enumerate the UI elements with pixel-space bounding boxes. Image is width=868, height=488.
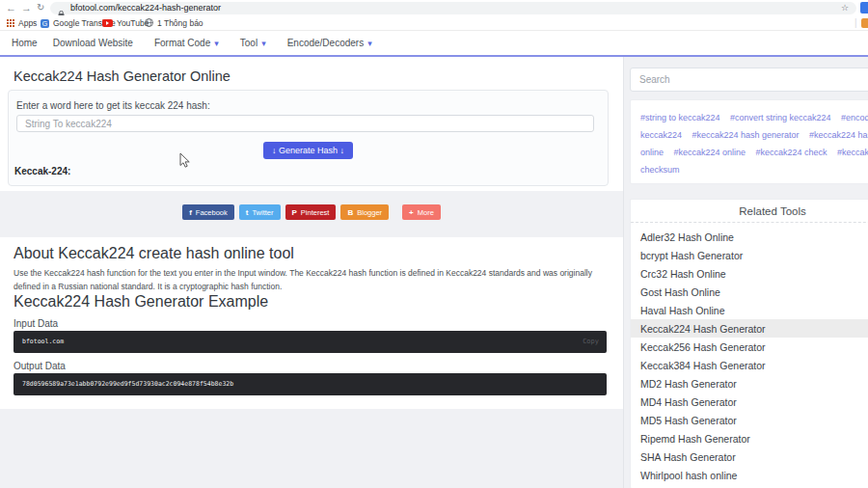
example-input-block: bfotool.com Copy [14,331,607,353]
example-heading: Keccak224 Hash Generator Example [14,293,268,311]
reload-button[interactable]: ↻ [37,0,44,15]
tool-item-adler32[interactable]: Adler32 Hash Online [631,228,868,246]
page-body: Keccak224 Hash Generator Online Enter a … [0,57,868,488]
about-paragraph: Use the Keccak224 hash function for the … [14,267,610,293]
forward-button[interactable]: → [21,0,32,15]
site-navigation: Home Download Website Format Code Tool E… [0,31,868,55]
main-column: Keccak224 Hash Generator Online Enter a … [0,57,623,409]
url-text: bfotool.com/keccak224-hash-generator [70,2,221,14]
dashed-divider [631,222,868,223]
button-row: ↓ Generate Hash ↓ [9,140,608,159]
share-buttons: fFacebook tTwitter PPinterest BBlogger +… [0,204,623,220]
example-output-block: 78d0596589a73e1abb0792e99ed9f5d73930ac2c… [14,373,607,395]
bookmarks-bar: Apps G Google Translate YouTube 1 Thông … [0,15,868,31]
related-tools-card: Related Tools Adler32 Hash Online bcrypt… [630,199,868,488]
facebook-icon: f [189,208,192,217]
back-button[interactable]: ← [6,0,16,15]
share-band: fFacebook tTwitter PPinterest BBlogger +… [0,191,623,237]
tool-item-keccak256[interactable]: Keccak256 Hash Generator [631,338,868,356]
apps-grid-icon [7,19,14,27]
translate-extension-icon[interactable] [860,2,868,14]
down-arrow-icon: ↓ [272,146,277,155]
bookmark-notification[interactable]: 1 Thông báo [145,15,203,31]
globe-icon [145,18,153,29]
tag-link[interactable]: #convert string keccak224 [730,113,831,122]
tag-link[interactable]: #keccak224 online [673,148,746,157]
bookmarks-divider: | [854,17,857,28]
nav-home[interactable]: Home [12,38,38,48]
hash-form-card: Enter a word here to get its keccak 224 … [8,90,609,186]
tool-item-crc32[interactable]: Crc32 Hash Online [631,264,868,283]
tool-item-md5[interactable]: MD5 Hash Generator [631,411,868,429]
share-facebook-button[interactable]: fFacebook [182,204,234,220]
browser-toolbar: ← → ↻ bfotool.com/keccak224-hash-generat… [0,0,868,15]
down-arrow-icon: ↓ [340,146,345,155]
tool-item-keccak224[interactable]: Keccak224 Hash Generator [631,319,868,338]
tag-link[interactable]: #keccak224 hash generator [692,130,799,140]
input-data-label: Input Data [14,318,58,329]
page-title: Keccak224 Hash Generator Online [14,68,231,84]
related-tools-list: Adler32 Hash Online bcrypt Hash Generato… [631,228,868,484]
result-label: Keccak-224: [14,166,70,176]
tool-item-md4[interactable]: MD4 Hash Generator [631,393,868,411]
tool-item-whirlpool[interactable]: Whirlpool hash online [631,466,868,484]
plus-icon: + [409,208,414,217]
tool-item-bcrypt[interactable]: bcrypt Hash Generator [631,246,868,264]
share-pinterest-button[interactable]: PPinterest [285,204,337,220]
generate-hash-button[interactable]: ↓ Generate Hash ↓ [263,142,353,159]
output-data-label: Output Data [14,361,66,371]
nav-encode-decoders[interactable]: Encode/Decoders [287,38,372,48]
share-blogger-button[interactable]: BBlogger [340,204,389,220]
copy-button[interactable]: Copy [583,331,599,353]
bookmark-apps[interactable]: Apps [7,15,37,31]
twitter-icon: t [246,208,249,217]
address-bar[interactable]: bfotool.com/keccak224-hash-generator ☆ [50,2,856,14]
clipped-bookmark-icon[interactable] [861,18,868,28]
share-twitter-button[interactable]: tTwitter [239,204,281,220]
share-more-button[interactable]: +More [402,204,441,220]
tag-link[interactable]: #string to keccak224 [640,113,720,122]
nav-download-website[interactable]: Download Website [53,38,133,48]
about-heading: About Keccak224 create hash online tool [14,245,294,262]
nav-format-code[interactable]: Format Code [154,38,219,48]
tool-item-gost[interactable]: Gost Hash Online [631,283,868,301]
sidebar: #string to keccak224 #convert string kec… [623,57,868,488]
bookmark-youtube[interactable]: YouTube [102,15,149,31]
tool-item-sha[interactable]: SHA Hash Generator [631,447,868,466]
nav-tool[interactable]: Tool [240,38,266,48]
tool-item-ripemd[interactable]: Ripemd Hash Generator [631,429,868,447]
related-tools-title: Related Tools [631,200,868,222]
search-input[interactable] [630,68,868,92]
youtube-icon [102,19,113,27]
generator-section: Keccak224 Hash Generator Online Enter a … [0,57,623,191]
google-translate-icon: G [41,19,49,28]
about-section: About Keccak224 create hash online tool … [0,237,623,409]
tool-item-md2[interactable]: MD2 Hash Generator [631,374,868,393]
pinterest-icon: P [292,208,297,217]
hashtags-card: #string to keccak224 #convert string kec… [630,99,868,184]
browser-window: ← → ↻ bfotool.com/keccak224-hash-generat… [0,0,868,488]
blogger-icon: B [347,208,353,217]
input-label: Enter a word here to get its keccak 224 … [16,100,210,111]
bookmark-star-icon[interactable]: ☆ [841,2,849,14]
tag-link[interactable]: #keccak224 check [756,148,827,157]
tool-item-keccak384[interactable]: Keccak384 Hash Generator [631,356,868,374]
string-input[interactable] [16,115,594,132]
tool-item-haval[interactable]: Haval Hash Online [631,301,868,319]
